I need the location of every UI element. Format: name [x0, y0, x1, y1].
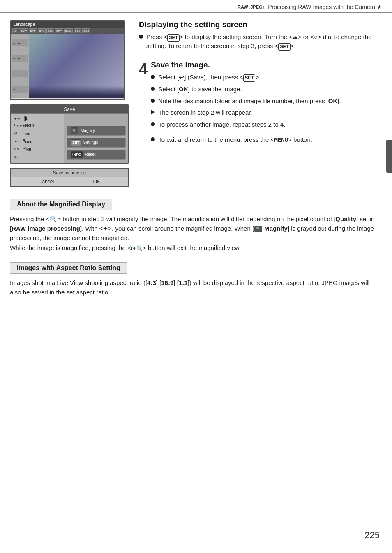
bullet-text: Press <SET> to display the setting scree… — [146, 32, 382, 51]
bullet-item: To exit and return to the menu, press th… — [151, 135, 382, 144]
save-params: ✦±0 ▐L CRW sRGB ⊡ □ON ▲₁ ¥OFF — [11, 114, 64, 163]
save-new-file-label: Save as new file — [11, 169, 128, 177]
section1-bullets: Press <SET> to display the setting scree… — [139, 32, 382, 51]
set-key2: SET — [278, 43, 290, 51]
bullet-text: To process another image, repeat steps 2… — [158, 120, 285, 129]
images-aspect-section: Images with Aspect Ratio Setting Images … — [10, 262, 382, 297]
section2-bullets: Select [↩] (Save), then press <SET>. Sel… — [151, 73, 382, 144]
magnify-button[interactable]: 🔍 Magnify — [67, 126, 126, 136]
step-number: 4 — [139, 61, 148, 77]
cancel-ok-row: Cancel OK — [11, 177, 128, 186]
bullet-icon — [151, 99, 155, 103]
magnify-icon-inline: 🔍 — [254, 226, 262, 232]
cam-sidebar: ● ···•- ● ···•- ♦ ··· ● ··· — [11, 34, 29, 98]
set-key3: SET — [243, 74, 255, 82]
set-key: SET — [167, 34, 179, 42]
bullet-text: Select [OK] to save the image. — [158, 85, 242, 94]
bullet-item: Press <SET> to display the setting scree… — [139, 32, 382, 51]
bullet-text: Note the destination folder and image fi… — [158, 97, 341, 106]
section2-title: Save the image. — [151, 60, 382, 69]
reset-button[interactable]: INFO Reset — [67, 150, 126, 160]
bullet-icon — [151, 122, 155, 126]
save-screen-header: Save — [11, 105, 128, 114]
menu-text: MENU — [274, 137, 288, 143]
bullet-icon — [151, 137, 155, 141]
bullet-text: The screen in step 2 will reappear. — [158, 108, 252, 117]
save-screen-body: ✦±0 ▐L CRW sRGB ⊡ □ON ▲₁ ¥OFF — [11, 114, 128, 163]
bullet-item: Select [OK] to save the image. — [151, 85, 382, 94]
cam-body: ● ···•- ● ···•- ♦ ··· ● ··· — [11, 34, 124, 98]
section-display-setting: Displaying the setting screen Press <SET… — [139, 20, 382, 51]
page-number: 225 — [364, 530, 380, 541]
cam-icons-row: Q₅ B&W EFP B+L B&L EFP ECM B&2 B&3 — [11, 28, 124, 34]
step4-section: 4 Save the image. Select [↩] (Save), the… — [139, 60, 382, 144]
about-magnified-text: Pressing the <🔍> button in step 3 will m… — [10, 214, 382, 252]
section1-title: Displaying the setting screen — [139, 20, 382, 29]
bullet-text: To exit and return to the menu, press th… — [158, 135, 312, 144]
page-header: RAW↓JPEG↑ Processing RAW Images with the… — [0, 0, 392, 13]
landscape-label: Landscape — [13, 22, 35, 27]
bullet-icon — [139, 35, 143, 39]
bullet-icon — [151, 87, 155, 91]
bullet-text: Select [↩] (Save), then press <SET>. — [158, 73, 261, 82]
cam-image — [29, 34, 124, 98]
cancel-button[interactable]: Cancel — [39, 179, 54, 185]
images-aspect-text: Images shot in a Live View shooting aspe… — [10, 278, 382, 297]
right-accent-bar — [386, 140, 392, 173]
header-title: Processing RAW Images with the Camera ★ — [268, 4, 382, 10]
images-aspect-title: Images with Aspect Ratio Setting — [10, 262, 127, 274]
about-magnified-title: About the Magnified Display — [10, 199, 112, 210]
right-column: Displaying the setting screen Press <SET… — [139, 20, 382, 187]
settings-button[interactable]: SET Settings — [67, 138, 126, 148]
bullet-item: To process another image, repeat steps 2… — [151, 120, 382, 129]
save-screen: Save ✦±0 ▐L CRW sRGB ⊡ □ON — [10, 104, 129, 164]
bullet-item: Note the destination folder and image fi… — [151, 97, 382, 106]
bullet-item: Select [↩] (Save), then press <SET>. — [151, 73, 382, 82]
triangle-icon — [151, 110, 155, 115]
save-buttons: 🔍 Magnify SET Settings INFO Reset — [64, 114, 128, 163]
step4-content: Save the image. Select [↩] (Save), then … — [151, 60, 382, 144]
save-ok-bar: Save as new file Cancel OK — [10, 168, 129, 187]
raw-label: RAW↓JPEG↑ — [238, 5, 265, 9]
ok-button[interactable]: OK — [93, 179, 100, 185]
settings-icon: SET — [71, 139, 81, 146]
bullet-item: The screen in step 2 will reappear. — [151, 108, 382, 117]
left-column: Landscape Q₅ B&W EFP B+L B&L EFP ECM B&2… — [10, 20, 129, 187]
cam-top-bar: Landscape — [11, 21, 124, 28]
bullet-icon — [151, 75, 155, 79]
main-content: Landscape Q₅ B&W EFP B+L B&L EFP ECM B&2… — [0, 13, 392, 187]
info-icon: INFO — [71, 151, 83, 158]
about-magnified-section: About the Magnified Display Pressing the… — [10, 199, 382, 252]
landscape-screen: Landscape Q₅ B&W EFP B+L B&L EFP ECM B&2… — [10, 20, 125, 100]
magnify-icon: 🔍 — [71, 127, 78, 134]
